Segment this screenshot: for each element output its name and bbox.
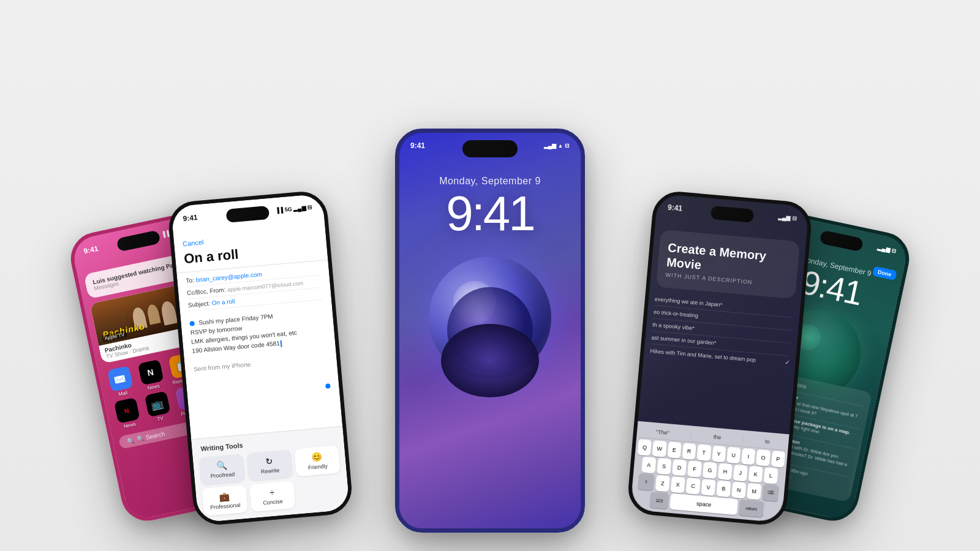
key-r[interactable]: R xyxy=(682,443,696,460)
writing-tools-section: Writing Tools 🔍 Proofread ↻ Rewrite 😊 Fr… xyxy=(191,426,350,523)
key-n[interactable]: N xyxy=(731,482,746,499)
friendly-label: Friendly xyxy=(307,463,328,471)
concise-icon: ÷ xyxy=(270,487,275,498)
phone-memory-dynamic-island xyxy=(710,206,755,223)
key-shift[interactable]: ⇧ xyxy=(638,473,655,490)
phone-pink-dynamic-island xyxy=(116,230,161,252)
word-sug-divider1 xyxy=(691,430,692,439)
key-t[interactable]: T xyxy=(697,444,711,461)
app-icon-tv[interactable]: 📺 TV xyxy=(141,391,175,424)
professional-label: Professional xyxy=(210,502,241,511)
rewrite-label: Rewrite xyxy=(260,467,279,475)
key-return[interactable]: return xyxy=(739,500,764,517)
lock-screen-time: 9:41 xyxy=(446,189,534,238)
app-icon-news2[interactable]: N News xyxy=(111,397,144,430)
phone-blue-status-icons: ▂▄▆ ▲ ⊟ xyxy=(544,143,570,149)
phone-teal-dynamic-island xyxy=(819,230,864,252)
writing-tool-rewrite[interactable]: ↻ Rewrite xyxy=(246,449,293,481)
lock-screen-date: Monday, September 9 xyxy=(439,176,541,187)
key-o[interactable]: O xyxy=(756,449,770,467)
key-d[interactable]: D xyxy=(672,459,687,476)
key-m[interactable]: M xyxy=(747,483,761,500)
phone-email: 9:41 ▐▐ 5G ▂▄▆ ⊟ Cancel On a roll To: br… xyxy=(167,190,353,527)
writing-tool-concise[interactable]: ÷ Concise xyxy=(249,481,296,512)
professional-icon: 💼 xyxy=(219,491,230,501)
key-u[interactable]: U xyxy=(726,447,741,464)
writing-tool-proofread[interactable]: 🔍 Proofread xyxy=(199,454,246,485)
key-z[interactable]: Z xyxy=(655,475,670,492)
phone-blue-dynamic-island xyxy=(462,140,518,157)
key-g[interactable]: G xyxy=(703,462,717,479)
key-c[interactable]: C xyxy=(686,478,701,495)
phone-memory-status-icons: ▂▄▆ ⊟ xyxy=(778,214,797,222)
word-sug-the2[interactable]: the xyxy=(709,432,725,442)
key-e[interactable]: E xyxy=(667,441,681,459)
key-a[interactable]: A xyxy=(641,457,656,474)
phone-blue-center: 9:41 ▂▄▆ ▲ ⊟ Monday, September 9 9:41 xyxy=(395,129,585,533)
phone-pink-search-label: 🔍 Search xyxy=(136,430,165,443)
phone3-vol-down xyxy=(396,279,399,311)
email-cursor-dot xyxy=(189,321,195,327)
phone-email-dynamic-island xyxy=(226,206,270,223)
phone3-power xyxy=(581,252,584,299)
phone-pink-time: 9:41 xyxy=(83,244,99,256)
word-sug-the[interactable]: "The" xyxy=(652,427,673,438)
phone-email-screen: 9:41 ▐▐ 5G ▂▄▆ ⊟ Cancel On a roll To: br… xyxy=(171,193,350,523)
app-icon-mail[interactable]: ✉️ Mail xyxy=(104,365,137,399)
phones-container: 9:41 ▐▐▐ ▂▄▆ ⊟ Luis suggested watching P… xyxy=(0,0,980,551)
key-h[interactable]: H xyxy=(718,463,733,481)
email-subject-value: On a roll xyxy=(211,298,235,306)
phone-memory-keyboard[interactable]: "The" the to Q W E R T Y U I O xyxy=(630,421,790,523)
friendly-icon: 😊 xyxy=(311,452,322,462)
checkmark-icon: ✓ xyxy=(784,359,790,366)
phone-email-status-icons: ▐▐ 5G ▂▄▆ ⊟ xyxy=(275,204,312,214)
key-j[interactable]: J xyxy=(733,465,748,482)
phone-memory: 9:41 ▂▄▆ ⊟ Create a Memory Movie WITH JU… xyxy=(626,190,813,527)
key-delete[interactable]: ⌫ xyxy=(762,484,779,501)
proofread-icon: 🔍 xyxy=(216,460,227,470)
phone-blue-screen: 9:41 ▂▄▆ ▲ ⊟ Monday, September 9 9:41 xyxy=(399,133,581,528)
key-q[interactable]: Q xyxy=(638,439,652,456)
writing-tools-grid: 🔍 Proofread ↻ Rewrite 😊 Friendly 💼 Profe… xyxy=(199,445,343,516)
email-sent-from: Sent from my iPhone xyxy=(194,361,251,372)
key-y[interactable]: Y xyxy=(712,446,726,463)
key-p[interactable]: P xyxy=(771,451,785,468)
key-x[interactable]: X xyxy=(671,476,685,493)
writing-tool-friendly[interactable]: 😊 Friendly xyxy=(294,445,341,476)
lock-screen-orb xyxy=(429,257,551,379)
word-sug-divider2 xyxy=(742,435,744,444)
search-icon: 🔍 xyxy=(126,437,135,444)
cancel-button[interactable]: Cancel xyxy=(183,238,204,247)
writing-tool-professional[interactable]: 💼 Professional xyxy=(202,485,248,516)
word-sug-to[interactable]: to xyxy=(761,437,774,446)
phone-email-time: 9:41 xyxy=(183,213,198,223)
phone-blue-time: 9:41 xyxy=(410,141,425,150)
memory-movie-card: Create a Memory Movie WITH JUST A DESCRI… xyxy=(656,230,800,299)
key-k[interactable]: K xyxy=(748,466,763,483)
concise-label: Concise xyxy=(263,498,283,506)
app-icon-news[interactable]: N News xyxy=(135,359,168,392)
phone-teal-status-icons: ▂▄▆ ⊟ xyxy=(877,244,897,254)
email-body[interactable]: Sushi my place Friday 7PM RSVP by tomorr… xyxy=(180,302,337,380)
key-l[interactable]: L xyxy=(763,467,778,484)
rewrite-icon: ↻ xyxy=(265,456,273,467)
proofread-label: Proofread xyxy=(210,471,235,479)
key-v[interactable]: V xyxy=(701,479,715,496)
memory-list: everything we ate in Japan* eo trick-or-… xyxy=(650,293,794,369)
text-cursor xyxy=(280,340,282,347)
phone3-vol-up xyxy=(396,232,399,264)
key-s[interactable]: S xyxy=(657,458,671,475)
email-cursor-end xyxy=(325,383,331,389)
phone-memory-screen: 9:41 ▂▄▆ ⊟ Create a Memory Movie WITH JU… xyxy=(630,193,809,523)
key-i[interactable]: I xyxy=(741,448,755,465)
key-b[interactable]: B xyxy=(716,480,731,497)
key-123[interactable]: 123 xyxy=(649,492,669,509)
phone-memory-time: 9:41 xyxy=(668,203,683,213)
key-w[interactable]: W xyxy=(652,440,666,457)
done-button[interactable]: Done xyxy=(872,266,897,281)
key-f[interactable]: F xyxy=(687,460,702,478)
orb-inner xyxy=(447,287,533,373)
